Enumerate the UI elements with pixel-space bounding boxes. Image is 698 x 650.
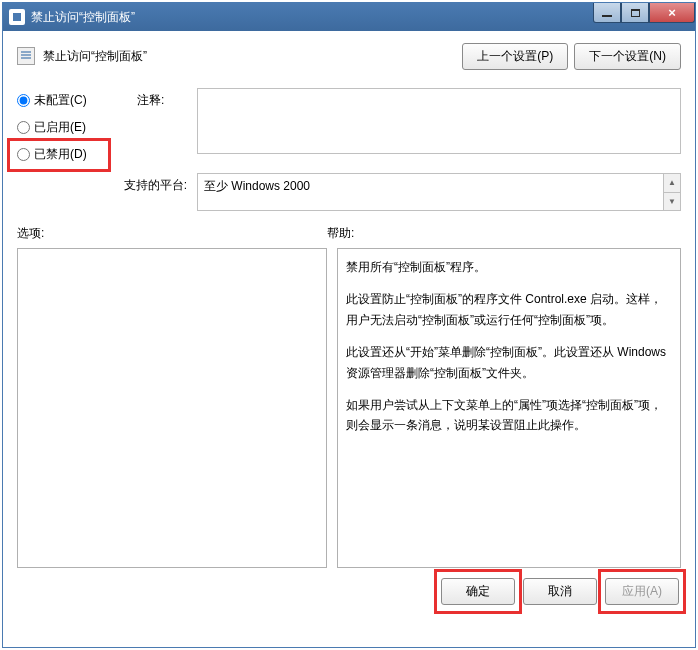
platform-up-button[interactable]: ▲ <box>663 174 680 193</box>
radio-not-configured-input[interactable] <box>17 94 30 107</box>
maximize-button[interactable] <box>621 3 649 23</box>
platform-text: 至少 Windows 2000 <box>204 179 310 193</box>
radio-enabled-input[interactable] <box>17 121 30 134</box>
help-p1: 禁用所有“控制面板”程序。 <box>346 257 672 277</box>
policy-icon <box>17 47 35 65</box>
options-label: 选项: <box>17 225 327 242</box>
window-icon <box>9 9 25 25</box>
policy-title: 禁止访问“控制面板” <box>43 48 147 65</box>
radio-not-configured-label: 未配置(C) <box>34 92 87 109</box>
window-title: 禁止访问“控制面板” <box>31 9 135 26</box>
help-p3: 此设置还从“开始”菜单删除“控制面板”。此设置还从 Windows 资源管理器删… <box>346 342 672 383</box>
cancel-button[interactable]: 取消 <box>523 578 597 605</box>
help-label: 帮助: <box>327 225 681 242</box>
radio-enabled[interactable]: 已启用(E) <box>17 119 137 136</box>
platform-down-button[interactable]: ▼ <box>663 193 680 211</box>
platform-box: 至少 Windows 2000 ▲ ▼ <box>197 173 681 211</box>
radio-not-configured[interactable]: 未配置(C) <box>17 92 137 109</box>
radio-disabled-label: 已禁用(D) <box>34 146 87 163</box>
policy-editor-window: 禁止访问“控制面板” × 禁止访问“控制面板” 上一个设置(P) 下一个设置(N… <box>2 2 696 648</box>
ok-button[interactable]: 确定 <box>441 578 515 605</box>
comment-textarea[interactable] <box>197 88 681 154</box>
titlebar: 禁止访问“控制面板” × <box>3 3 695 31</box>
close-button[interactable]: × <box>649 3 695 23</box>
minimize-button[interactable] <box>593 3 621 23</box>
next-setting-button[interactable]: 下一个设置(N) <box>574 43 681 70</box>
platform-label: 支持的平台: <box>17 173 197 211</box>
comment-label: 注释: <box>137 92 197 108</box>
help-p4: 如果用户尝试从上下文菜单上的“属性”项选择“控制面板”项，则会显示一条消息，说明… <box>346 395 672 436</box>
options-panel <box>17 248 327 568</box>
help-panel: 禁用所有“控制面板”程序。 此设置防止“控制面板”的程序文件 Control.e… <box>337 248 681 568</box>
radio-disabled-input[interactable] <box>17 148 30 161</box>
help-p2: 此设置防止“控制面板”的程序文件 Control.exe 启动。这样，用户无法启… <box>346 289 672 330</box>
radio-enabled-label: 已启用(E) <box>34 119 86 136</box>
prev-setting-button[interactable]: 上一个设置(P) <box>462 43 568 70</box>
radio-disabled[interactable]: 已禁用(D) <box>17 146 137 163</box>
apply-button[interactable]: 应用(A) <box>605 578 679 605</box>
